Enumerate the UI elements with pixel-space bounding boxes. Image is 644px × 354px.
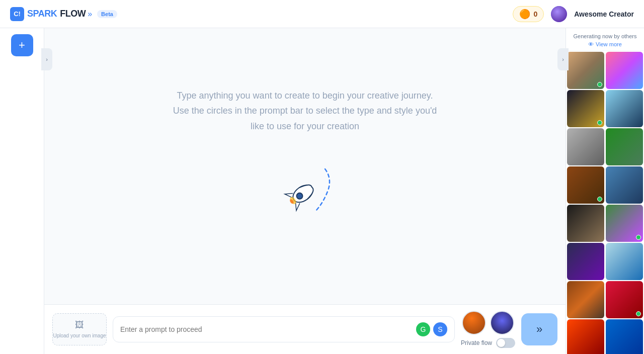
header: C! SPARK FLOW » Beta 🟠 0 Awesome Creator [0, 0, 644, 28]
prompt-icons: G S [416, 322, 447, 336]
prompt-bar: 🖼 Upload your own image G S Private flow [44, 304, 566, 354]
welcome-line2: Use the circles in the prompt bar to sel… [173, 103, 437, 119]
welcome-line3: like to use for your creation [173, 119, 437, 134]
chevron-right-icon: › [46, 56, 48, 62]
upload-icon: 🖼 [75, 320, 84, 330]
gallery-item[interactable] [567, 52, 604, 89]
gallery-item[interactable] [606, 319, 643, 354]
gallery-item[interactable] [567, 166, 604, 204]
toggle-knob [497, 339, 505, 347]
coin-icon: 🟠 [519, 9, 530, 20]
gallery-grid [566, 51, 644, 354]
logo-text: SPARK FLOW » [27, 9, 92, 19]
send-button[interactable]: » [521, 313, 557, 345]
style-avatars: Private flow [461, 311, 515, 348]
canvas-area: Type anything you want to create to begi… [44, 28, 566, 304]
view-more-label: View more [596, 41, 622, 47]
prompt-input-area: G S [113, 316, 455, 342]
add-button[interactable]: + [11, 34, 33, 56]
gallery-item[interactable] [606, 166, 643, 204]
welcome-line1: Type anything you want to create to begi… [173, 88, 437, 104]
main-layout: + › Type anything you want to create to … [0, 28, 644, 354]
gallery-item[interactable] [567, 319, 604, 354]
beta-badge: Beta [97, 10, 117, 18]
avatar-row [462, 311, 514, 335]
gallery-item[interactable] [606, 205, 643, 242]
coin-display: 🟠 0 [513, 6, 544, 22]
generating-label: Generating now by others [571, 33, 639, 39]
logo-arrows-icon: » [88, 10, 92, 19]
gallery-item[interactable] [606, 128, 643, 165]
private-flow-toggle[interactable] [496, 338, 515, 348]
upload-label: Upload your own image [53, 332, 106, 339]
gallery-item[interactable] [567, 128, 604, 165]
logo: C! SPARK FLOW » [10, 7, 92, 21]
user-avatar[interactable] [551, 6, 567, 22]
gallery-item[interactable] [606, 243, 643, 280]
left-sidebar: + [0, 28, 44, 354]
logo-flow: FLOW [60, 9, 86, 19]
chevron-right-icon-2: › [562, 56, 564, 62]
prompt-input[interactable] [120, 325, 411, 333]
welcome-text: Type anything you want to create to begi… [173, 88, 437, 134]
upload-zone[interactable]: 🖼 Upload your own image [52, 313, 107, 345]
view-more-button[interactable]: 👁 View more [571, 41, 639, 47]
private-flow-label: Private flow [461, 339, 492, 346]
rocket-illustration [255, 154, 355, 244]
style-avatar-2[interactable] [490, 311, 514, 335]
gallery-item[interactable] [606, 281, 643, 318]
style-avatar-1[interactable] [462, 311, 486, 335]
gallery-item[interactable] [567, 90, 604, 127]
gallery-item[interactable] [567, 243, 604, 280]
logo-icon: C! [10, 7, 24, 21]
green-action-button[interactable]: G [416, 322, 430, 336]
header-right: 🟠 0 Awesome Creator [513, 6, 634, 22]
right-sidebar: Generating now by others 👁 View more [566, 28, 644, 354]
gallery-item[interactable] [606, 52, 643, 89]
right-sidebar-header: Generating now by others 👁 View more [566, 28, 644, 51]
collapse-right-panel-button[interactable]: › [557, 48, 569, 70]
send-icon: » [536, 323, 542, 336]
logo-spark: SPARK [27, 9, 57, 19]
avatar-img [551, 6, 567, 22]
gallery-item[interactable] [606, 90, 643, 127]
rocket-svg [255, 154, 355, 244]
header-left: C! SPARK FLOW » Beta [10, 7, 117, 21]
main-content: Type anything you want to create to begi… [44, 28, 566, 354]
eye-icon: 👁 [588, 41, 594, 47]
gallery-item[interactable] [567, 205, 604, 242]
blue-action-button[interactable]: S [433, 322, 447, 336]
coin-amount: 0 [533, 10, 537, 18]
username-label: Awesome Creator [574, 10, 634, 18]
collapse-left-button[interactable]: › [41, 48, 52, 70]
private-flow-row: Private flow [461, 338, 515, 348]
gallery-item[interactable] [567, 281, 604, 318]
